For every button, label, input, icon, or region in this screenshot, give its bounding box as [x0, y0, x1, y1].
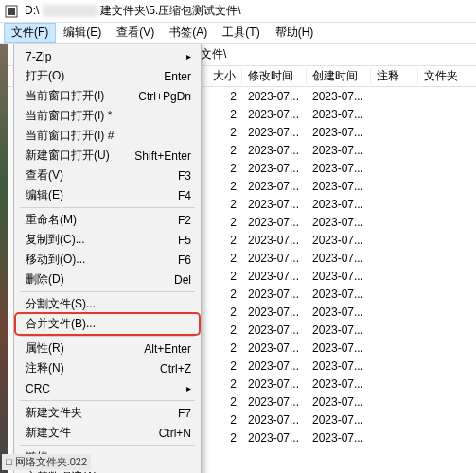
menu-item[interactable]: 复制到(C)...F5	[16, 230, 199, 250]
title-suffix: 建文件夹\5.压缩包测试文件\	[100, 4, 241, 17]
cell-mod: 2023-07...	[242, 162, 307, 175]
menu-item-shortcut: Shift+Enter	[134, 149, 191, 163]
menu-item-shortcut: Alt+Enter	[144, 342, 191, 356]
menu-item[interactable]: 当前窗口打开(I)Ctrl+PgDn	[16, 86, 199, 106]
col-size[interactable]: 大小	[208, 68, 242, 84]
col-comment[interactable]: 注释	[371, 68, 418, 84]
taskbar-thumb[interactable]: □ 网络文件夹.022	[2, 454, 91, 470]
col-folder[interactable]: 文件夹	[418, 68, 476, 84]
menu-item-shortcut: F4	[178, 189, 191, 202]
menu-item-label: 重命名(M)	[26, 212, 77, 228]
cell-mod: 2023-07...	[242, 377, 307, 391]
menu-item-label: 新建窗口打开(U)	[26, 148, 110, 164]
cell-create: 2023-07...	[307, 306, 371, 319]
menu-bar: 文件(F)编辑(E)查看(V)书签(A)工具(T)帮助(H)	[0, 23, 476, 44]
cell-size: 2	[208, 359, 242, 373]
title-redacted	[43, 5, 97, 17]
cell-mod: 2023-07...	[242, 126, 307, 139]
cell-size: 2	[208, 288, 242, 301]
menu-item[interactable]: 打开(O)Enter	[16, 66, 199, 86]
menu-item-label: CRC	[26, 382, 50, 395]
menu-item[interactable]: 移动到(O)...F6	[16, 250, 199, 270]
cell-size: 2	[208, 90, 242, 103]
menu-item-shortcut: Ctrl+N	[159, 427, 191, 440]
cell-create: 2023-07...	[307, 377, 371, 391]
cell-mod: 2023-07...	[242, 180, 307, 193]
cell-mod: 2023-07...	[242, 198, 307, 211]
menu-item[interactable]: CRC	[16, 378, 199, 398]
menu-item[interactable]: 重命名(M)F2	[16, 210, 199, 230]
cell-size: 2	[208, 306, 242, 319]
menu-item[interactable]: 查看(V)F3	[16, 166, 199, 185]
col-create[interactable]: 创建时间	[307, 68, 371, 84]
menu-item-label: 新建文件	[26, 425, 71, 441]
cell-create: 2023-07...	[307, 324, 371, 337]
cell-create: 2023-07...	[307, 90, 371, 103]
menu-item[interactable]: 新建文件夹F7	[16, 403, 199, 423]
cell-size: 2	[208, 342, 242, 355]
menu-item-label: 查看(V)	[26, 167, 63, 184]
cell-size: 2	[208, 413, 242, 427]
cell-mod: 2023-07...	[242, 90, 307, 103]
menu-item[interactable]: 注释(N)Ctrl+Z	[16, 359, 199, 378]
menu-tools[interactable]: 工具(T)	[215, 23, 267, 43]
menu-item[interactable]: 编辑(E)F4	[16, 185, 199, 205]
cell-size: 2	[208, 108, 242, 121]
menu-item-shortcut: F3	[178, 169, 191, 183]
svg-rect-1	[8, 8, 15, 15]
menu-item-label: 编辑(E)	[26, 187, 63, 203]
menu-item[interactable]: 合并文件(B)...	[16, 314, 199, 334]
menu-item-shortcut: Del	[174, 273, 191, 287]
menu-item[interactable]: 属性(R)Alt+Enter	[16, 339, 199, 359]
cell-create: 2023-07...	[307, 126, 371, 139]
cell-create: 2023-07...	[307, 162, 371, 175]
menu-item[interactable]: 删除(D)Del	[16, 270, 199, 289]
cell-create: 2023-07...	[307, 252, 371, 265]
menu-help[interactable]: 帮助(H)	[268, 23, 322, 43]
menu-item[interactable]: 当前窗口打开(I) #	[16, 126, 199, 146]
menu-bookmarks[interactable]: 书签(A)	[162, 23, 215, 43]
cell-mod: 2023-07...	[242, 108, 307, 121]
cell-create: 2023-07...	[307, 431, 371, 445]
cell-mod: 2023-07...	[242, 413, 307, 427]
cell-mod: 2023-07...	[242, 288, 307, 301]
cell-mod: 2023-07...	[242, 234, 307, 247]
cell-size: 2	[208, 431, 242, 445]
menu-edit[interactable]: 编辑(E)	[56, 23, 109, 43]
menu-item-shortcut: Ctrl+PgDn	[138, 90, 191, 103]
cell-mod: 2023-07...	[242, 342, 307, 355]
cell-mod: 2023-07...	[242, 395, 307, 409]
cell-mod: 2023-07...	[242, 306, 307, 319]
cell-create: 2023-07...	[307, 234, 371, 247]
menu-item-label: 新建文件夹	[26, 405, 82, 421]
title-prefix: D:\	[25, 4, 39, 17]
cell-create: 2023-07...	[307, 342, 371, 355]
menu-item[interactable]: 分割文件(S)...	[16, 294, 199, 314]
col-mod[interactable]: 修改时间	[242, 68, 307, 84]
menu-item-label: 注释(N)	[26, 360, 64, 377]
file-menu-dropdown: 7-Zip打开(O)Enter当前窗口打开(I)Ctrl+PgDn当前窗口打开(…	[13, 44, 202, 473]
cell-create: 2023-07...	[307, 413, 371, 427]
cell-size: 2	[208, 270, 242, 283]
menu-view[interactable]: 查看(V)	[109, 23, 162, 43]
menu-file[interactable]: 文件(F)	[4, 23, 56, 43]
menu-item[interactable]: 新建文件Ctrl+N	[16, 423, 199, 443]
cell-size: 2	[208, 144, 242, 157]
menu-item-label: 当前窗口打开(I)	[26, 88, 104, 104]
menu-item[interactable]: 7-Zip	[16, 46, 199, 66]
cell-create: 2023-07...	[307, 108, 371, 121]
menu-separator	[20, 291, 195, 292]
7z-icon	[4, 4, 19, 19]
menu-item-label: 当前窗口打开(I) #	[26, 128, 114, 144]
menu-item-shortcut: F6	[178, 254, 191, 267]
menu-item-shortcut: Enter	[164, 70, 191, 83]
cell-size: 2	[208, 126, 242, 139]
menu-item-label: 7-Zip	[26, 50, 51, 63]
cell-mod: 2023-07...	[242, 216, 307, 229]
menu-item[interactable]: 新建窗口打开(U)Shift+Enter	[16, 146, 199, 166]
cell-mod: 2023-07...	[242, 324, 307, 337]
cell-create: 2023-07...	[307, 288, 371, 301]
menu-item[interactable]: 当前窗口打开(I) *	[16, 106, 199, 126]
cell-size: 2	[208, 395, 242, 409]
cell-mod: 2023-07...	[242, 359, 307, 373]
